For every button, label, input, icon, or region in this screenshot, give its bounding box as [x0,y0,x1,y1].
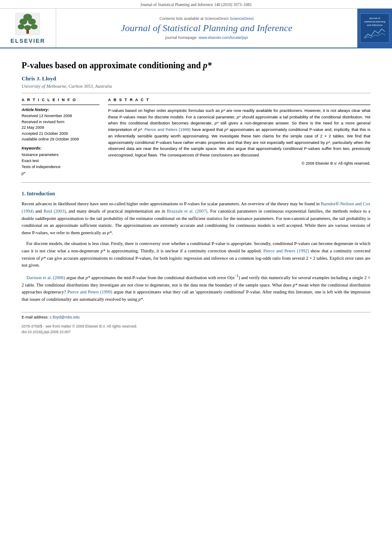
abstract-text: P-values based on higher order asymptoti… [108,108,370,159]
article-title: P-values based on approximate conditioni… [22,60,370,71]
journal-header-center: Contents lists available at ScienceDirec… [56,9,357,48]
pierce-peters-1992-link[interactable]: Pierce and Peters (1992) [263,248,309,253]
history-line-2: Received in revised form [22,120,64,124]
keyword-2: Exact test [22,158,99,164]
section-divider [22,182,370,183]
elsevier-logo: ELSEVIER [10,12,45,44]
introduction-paragraph-3: Davison et al. (2006) argue that p* appr… [22,273,370,303]
introduction-paragraph-1: Recent advances in likelihood theory hav… [22,201,370,237]
footer-copyright: 0378-3758/$ - see front matter © 2009 El… [22,324,370,335]
journal-logo-text: journal of statistical planning and infe… [364,17,385,27]
main-content: P-values based on approximate conditioni… [0,48,392,343]
journal-logo-chart-icon [363,27,386,39]
history-line-3: 22 May 2009 [22,125,44,130]
article-info-abstract-section: A R T I C L E I N F O Article history: R… [22,98,370,176]
author-affiliation: University of Melbourne, Carlton 3053, A… [22,84,370,89]
journal-volume-ref: Journal of Statistical Planning and Infe… [140,3,252,7]
elsevier-brand-name: ELSEVIER [10,38,45,44]
journal-title-display: Journal of Statistical Planning and Infe… [121,22,293,34]
brazzale-link[interactable]: Brazzale et al. (2007) [167,209,207,213]
footer-area: E-mail address: c.lloyd@mbs.edu 0378-375… [22,312,370,335]
article-info-column: A R T I C L E I N F O Article history: R… [22,98,99,176]
abstract-label: A B S T R A C T [108,98,370,102]
pierce-peters-1999-link[interactable]: Pierce and Peters (1999) [144,127,191,132]
keyword-3: Tests of independence [22,164,99,170]
introduction-section-title: 1. Introduction [22,191,370,197]
abstract-divider [108,105,370,105]
article-title-italic: p* [203,61,212,70]
author-email[interactable]: c.lloyd@mbs.edu [50,315,80,319]
history-line-1: Received 13 November 2008 [22,114,72,118]
author-name: Chris J. Lloyd [22,75,370,82]
header-divider [22,93,370,93]
abstract-column: A B S T R A C T P-values based on higher… [108,98,370,176]
svg-point-6 [31,24,38,29]
journal-homepage-link[interactable]: www.elsevier.com/locate/jspi [199,35,248,40]
introduction-paragraph-2: For discrete models, the situation is le… [22,240,370,269]
svg-point-4 [18,24,25,29]
page-wrapper: Journal of Statistical Planning and Infe… [0,0,392,535]
doi-line: doi:10.1016/j.jspi.2009.10.007 [22,329,370,335]
article-info-label: A R T I C L E I N F O [22,98,99,102]
history-line-5: Available online 29 October 2009 [22,137,79,141]
history-line-4: Accepted 21 October 2009 [22,131,68,136]
journal-homepage-line: journal homepage: www.elsevier.com/locat… [165,35,248,40]
svg-point-3 [28,19,36,25]
keyword-4: p* [22,170,99,176]
article-info-divider [22,105,99,105]
svg-point-2 [19,19,27,25]
elsevier-logo-section: ELSEVIER [0,9,56,48]
copyright-notice: 0378-3758/$ - see front matter © 2009 El… [22,324,370,329]
journal-logo-box: journal of statistical planning and infe… [360,13,389,43]
elsevier-tree-icon [15,12,41,36]
journal-header: ELSEVIER Contents lists available at Sci… [0,9,392,48]
journal-logo-right: journal of statistical planning and infe… [357,9,392,48]
sciencedirect-link[interactable]: ScienceDirect [230,16,254,21]
contents-available-line: Contents lists available at ScienceDirec… [159,16,254,21]
top-reference-line: Journal of Statistical Planning and Infe… [0,0,392,9]
pierce-peters-1999-link2[interactable]: Pierce and Peters (1999) [67,290,112,294]
keywords-label: Keywords: [22,146,99,150]
keyword-1: Nuisance parameters [22,152,99,158]
reid-2003-link[interactable]: Reid (2003) [44,209,66,213]
davison-2006-link[interactable]: Davison et al. (2006) [26,275,65,280]
svg-point-8 [27,31,29,33]
abstract-copyright: © 2009 Elsevier B.V. All rights reserved… [108,161,370,166]
history-received: Received 13 November 2008 Received in re… [22,113,99,143]
email-label: E-mail address: c.lloyd@mbs.edu [22,315,370,319]
history-label: Article history: [22,108,99,112]
